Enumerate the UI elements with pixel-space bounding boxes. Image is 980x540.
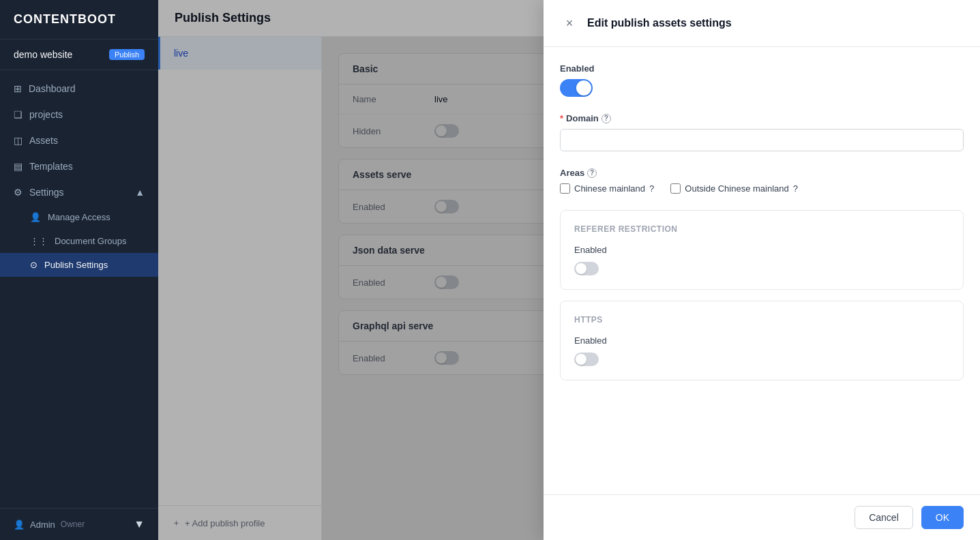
settings-submenu: 👤 Manage Access ⋮⋮ Document Groups ⊙ Pub… [0, 205, 158, 277]
domain-group: * Domain ? [560, 113, 964, 151]
settings-icon: ⚙ [14, 187, 23, 198]
sidebar-item-templates[interactable]: ▤ Templates [0, 153, 158, 179]
sidebar-item-label: projects [29, 109, 63, 120]
admin-name: Admin [30, 520, 55, 530]
sidebar-item-label: Settings [29, 187, 64, 198]
user-avatar-icon: 👤 [14, 520, 25, 530]
domain-input[interactable] [560, 129, 964, 151]
referer-enabled-label: Enabled [574, 245, 949, 255]
https-enabled-label: Enabled [574, 335, 949, 346]
sidebar: CONTENTBOOT demo website Publish ⊞ Dashb… [0, 0, 158, 540]
sidebar-item-label: Dashboard [29, 83, 76, 94]
sidebar-item-dashboard[interactable]: ⊞ Dashboard [0, 76, 158, 102]
chevron-up-icon: ▲ [135, 187, 145, 198]
domain-label-text: Domain [566, 113, 599, 123]
https-title: Https [574, 315, 949, 325]
chevron-down-icon: ▼ [134, 518, 145, 530]
sidebar-item-label: Assets [29, 135, 58, 146]
outside-chinese-mainland-label: Outside Chinese mainland [685, 183, 788, 194]
modal-panel: × Edit publish assets settings Enabled *… [544, 0, 980, 540]
required-marker: * [560, 113, 563, 123]
outside-chinese-mainland-checkbox[interactable] [670, 183, 681, 194]
areas-form-label: Areas ? [560, 168, 964, 178]
group-icon: ⋮⋮ [30, 236, 48, 246]
logo: CONTENTBOOT [0, 0, 158, 40]
sidebar-item-projects[interactable]: ❏ projects [0, 102, 158, 127]
sidebar-item-settings[interactable]: ⚙ Settings ▲ [0, 179, 158, 205]
areas-checkboxes: Chinese mainland ? Outside Chinese mainl… [560, 183, 964, 194]
outside-mainland-help-icon[interactable]: ? [793, 183, 798, 194]
modal-footer: Cancel OK [544, 494, 980, 540]
site-info: demo website Publish [0, 40, 158, 70]
referer-enabled-toggle[interactable] [574, 262, 599, 275]
modal-title: Edit publish assets settings [587, 17, 732, 29]
areas-group: Areas ? Chinese mainland ? Outside Chine… [560, 168, 964, 194]
publish-icon: ⊙ [30, 260, 38, 270]
sidebar-item-label: Templates [29, 161, 73, 172]
role-label: Owner [61, 520, 85, 529]
ok-button[interactable]: OK [921, 506, 964, 529]
sidebar-item-assets[interactable]: ◫ Assets [0, 127, 158, 153]
areas-label-text: Areas [560, 168, 584, 178]
area-outside-chinese-mainland[interactable]: Outside Chinese mainland ? [670, 183, 798, 194]
logo-text: CONTENTBOOT [14, 12, 116, 26]
sidebar-footer: 👤 Admin Owner ▼ [0, 508, 158, 540]
https-section: Https Enabled [560, 301, 964, 380]
sidebar-item-manage-access[interactable]: 👤 Manage Access [0, 205, 158, 229]
modal-body: Enabled * Domain ? Areas ? Chinese mainl… [544, 47, 980, 494]
sidebar-nav: ⊞ Dashboard ❏ projects ◫ Assets ▤ Templa… [0, 70, 158, 508]
chinese-mainland-help-icon[interactable]: ? [649, 183, 654, 194]
modal-header: × Edit publish assets settings [544, 0, 980, 47]
https-enabled-toggle[interactable] [574, 352, 599, 366]
cancel-button[interactable]: Cancel [855, 506, 913, 529]
user-icon: 👤 [30, 212, 41, 222]
enabled-toggle[interactable] [560, 79, 593, 97]
sub-item-label: Manage Access [48, 212, 110, 222]
sub-item-label: Document Groups [55, 236, 127, 246]
assets-icon: ◫ [14, 135, 23, 146]
chinese-mainland-label: Chinese mainland [574, 183, 645, 194]
projects-icon: ❏ [14, 109, 23, 120]
enabled-form-label: Enabled [560, 63, 964, 74]
enabled-label-text: Enabled [560, 63, 595, 74]
sub-item-label: Publish Settings [44, 260, 108, 270]
sidebar-item-document-groups[interactable]: ⋮⋮ Document Groups [0, 229, 158, 253]
domain-help-icon[interactable]: ? [602, 114, 611, 123]
sidebar-item-publish-settings[interactable]: ⊙ Publish Settings [0, 253, 158, 277]
dashboard-icon: ⊞ [14, 83, 22, 94]
area-chinese-mainland[interactable]: Chinese mainland ? [560, 183, 654, 194]
referer-restriction-title: Referer restriction [574, 224, 949, 234]
referer-restriction-section: Referer restriction Enabled [560, 210, 964, 290]
site-name: demo website [14, 49, 72, 60]
close-button[interactable]: × [560, 14, 579, 33]
chinese-mainland-checkbox[interactable] [560, 183, 570, 194]
domain-form-label: * Domain ? [560, 113, 964, 123]
templates-icon: ▤ [14, 161, 23, 172]
enabled-group: Enabled [560, 63, 964, 97]
publish-badge: Publish [109, 49, 145, 60]
areas-help-icon[interactable]: ? [587, 168, 597, 178]
